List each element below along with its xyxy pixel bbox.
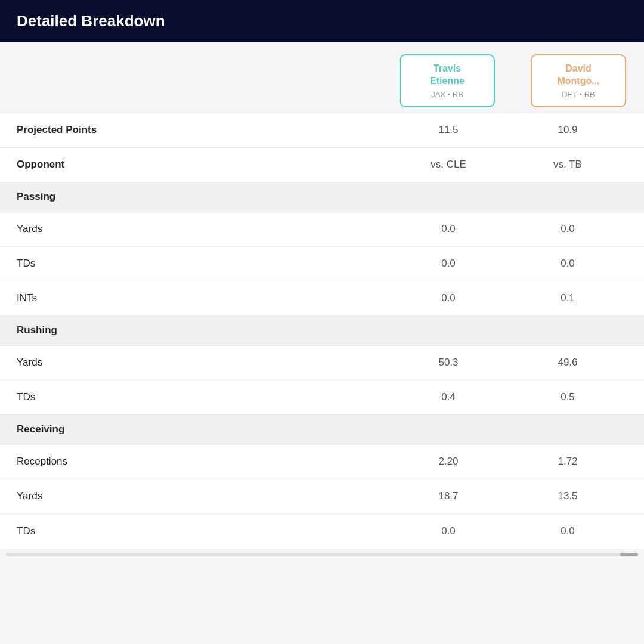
page-title: Detailed Breakdown — [17, 12, 165, 30]
row-value-player2: 0.5 — [508, 391, 627, 403]
row-label: Opponent — [17, 159, 389, 171]
player2-name: David Montgo... — [538, 63, 619, 88]
table-row: Receptions2.201.72 — [0, 445, 644, 479]
row-value-player2: 13.5 — [508, 490, 627, 502]
row-value-player2: 0.1 — [508, 292, 627, 304]
section-header-label: Rushing — [17, 324, 627, 336]
table-row: Passing — [0, 182, 644, 212]
row-value-player1: 11.5 — [389, 124, 508, 136]
scrollbar-track — [6, 553, 638, 556]
row-value-player1: 0.0 — [389, 223, 508, 235]
player1-name: Travis Etienne — [407, 63, 488, 88]
row-value-player2: 0.0 — [508, 525, 627, 537]
table-row: TDs0.00.0 — [0, 247, 644, 281]
row-label: INTs — [17, 292, 389, 304]
player1-team: JAX • RB — [407, 90, 488, 99]
row-value-player1: 0.0 — [389, 292, 508, 304]
player2-team: DET • RB — [538, 90, 619, 99]
table-row: TDs0.00.0 — [0, 514, 644, 549]
row-label: Yards — [17, 357, 389, 369]
row-value-player2: 0.0 — [508, 223, 627, 235]
row-value-player1: vs. CLE — [389, 159, 508, 171]
scrollbar-thumb — [620, 553, 638, 556]
row-value-player1: 0.4 — [389, 391, 508, 403]
header: Detailed Breakdown — [0, 0, 644, 42]
row-value-player2: 1.72 — [508, 456, 627, 467]
table-row: Receiving — [0, 415, 644, 445]
section-header-label: Receiving — [17, 423, 627, 435]
table-row: Yards50.349.6 — [0, 346, 644, 380]
row-label: Projected Points — [17, 124, 389, 136]
row-value-player2: 49.6 — [508, 357, 627, 369]
table-row: INTs0.00.1 — [0, 281, 644, 316]
row-label: TDs — [17, 525, 389, 537]
row-value-player1: 2.20 — [389, 456, 508, 467]
table-row: Projected Points11.510.9 — [0, 113, 644, 148]
section-header-label: Passing — [17, 191, 627, 203]
row-label: TDs — [17, 258, 389, 270]
app-container: Detailed Breakdown Travis Etienne JAX • … — [0, 0, 644, 561]
row-value-player1: 50.3 — [389, 357, 508, 369]
row-label: Yards — [17, 490, 389, 502]
table-row: Opponentvs. CLEvs. TB — [0, 148, 644, 182]
player-headers: Travis Etienne JAX • RB David Montgo... … — [0, 42, 644, 113]
table-row: Yards18.713.5 — [0, 479, 644, 514]
table-row: Rushing — [0, 316, 644, 346]
scrollbar[interactable] — [0, 549, 644, 561]
row-value-player2: 0.0 — [508, 258, 627, 270]
row-value-player1: 0.0 — [389, 258, 508, 270]
row-label: Receptions — [17, 456, 389, 467]
breakdown-table: Projected Points11.510.9Opponentvs. CLEv… — [0, 113, 644, 549]
table-row: Yards0.00.0 — [0, 212, 644, 247]
player-card-2[interactable]: David Montgo... DET • RB — [531, 54, 626, 107]
row-value-player1: 0.0 — [389, 525, 508, 537]
row-value-player1: 18.7 — [389, 490, 508, 502]
row-value-player2: 10.9 — [508, 124, 627, 136]
player-card-1[interactable]: Travis Etienne JAX • RB — [400, 54, 495, 107]
row-label: Yards — [17, 223, 389, 235]
table-row: TDs0.40.5 — [0, 380, 644, 415]
row-value-player2: vs. TB — [508, 159, 627, 171]
row-label: TDs — [17, 391, 389, 403]
